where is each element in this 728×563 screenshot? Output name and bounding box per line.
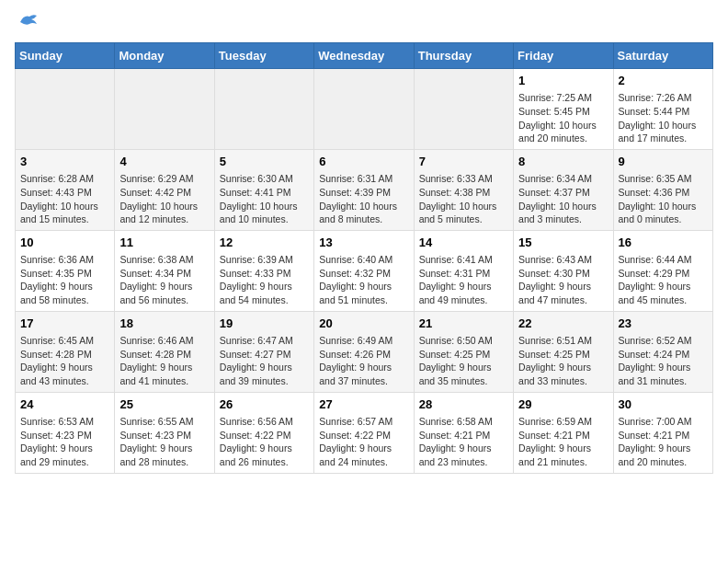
day-info: Sunrise: 6:38 AM Sunset: 4:34 PM Dayligh… [119,253,209,307]
calendar-day-cell: 12Sunrise: 6:39 AM Sunset: 4:33 PM Dayli… [214,230,313,311]
day-info: Sunrise: 6:56 AM Sunset: 4:22 PM Dayligh… [220,415,309,469]
day-info: Sunrise: 6:59 AM Sunset: 4:21 PM Dayligh… [518,415,608,469]
weekday-header-thursday: Thursday [414,43,513,69]
day-number: 15 [518,235,608,251]
day-info: Sunrise: 6:47 AM Sunset: 4:27 PM Dayligh… [220,334,309,388]
day-info: Sunrise: 6:46 AM Sunset: 4:28 PM Dayligh… [119,334,209,388]
day-info: Sunrise: 7:25 AM Sunset: 5:45 PM Dayligh… [518,91,608,145]
day-number: 23 [619,316,708,332]
day-info: Sunrise: 6:49 AM Sunset: 4:26 PM Dayligh… [319,334,408,388]
day-number: 13 [319,235,408,251]
day-number: 25 [119,396,209,413]
day-number: 19 [220,316,309,332]
calendar-day-cell: 17Sunrise: 6:45 AM Sunset: 4:28 PM Dayli… [16,311,115,392]
calendar-day-cell: 19Sunrise: 6:47 AM Sunset: 4:27 PM Dayli… [214,311,313,392]
day-number: 4 [119,154,209,170]
day-number: 16 [619,235,708,251]
day-info: Sunrise: 6:41 AM Sunset: 4:31 PM Dayligh… [419,253,508,307]
day-number: 21 [419,316,508,332]
calendar-day-cell [115,69,214,150]
day-number: 5 [220,154,309,170]
calendar-day-cell: 8Sunrise: 6:34 AM Sunset: 4:37 PM Daylig… [514,149,613,230]
logo-bird-icon [18,11,39,31]
day-number: 6 [319,154,408,170]
day-info: Sunrise: 6:45 AM Sunset: 4:28 PM Dayligh… [20,334,109,388]
calendar-week-row: 10Sunrise: 6:36 AM Sunset: 4:35 PM Dayli… [16,230,713,311]
calendar-week-row: 24Sunrise: 6:53 AM Sunset: 4:23 PM Dayli… [16,392,713,473]
calendar-day-cell: 18Sunrise: 6:46 AM Sunset: 4:28 PM Dayli… [115,311,214,392]
day-info: Sunrise: 6:58 AM Sunset: 4:21 PM Dayligh… [419,415,508,469]
calendar-day-cell: 14Sunrise: 6:41 AM Sunset: 4:31 PM Dayli… [414,230,513,311]
calendar-day-cell: 26Sunrise: 6:56 AM Sunset: 4:22 PM Dayli… [214,392,313,473]
calendar-day-cell: 16Sunrise: 6:44 AM Sunset: 4:29 PM Dayli… [613,230,712,311]
day-info: Sunrise: 6:50 AM Sunset: 4:25 PM Dayligh… [419,334,508,388]
day-info: Sunrise: 6:35 AM Sunset: 4:36 PM Dayligh… [619,172,708,226]
day-info: Sunrise: 7:00 AM Sunset: 4:21 PM Dayligh… [619,415,708,469]
weekday-header-friday: Friday [514,43,613,69]
calendar-day-cell: 11Sunrise: 6:38 AM Sunset: 4:34 PM Dayli… [115,230,214,311]
day-number: 12 [220,235,309,251]
calendar-day-cell [16,69,115,150]
calendar-day-cell: 9Sunrise: 6:35 AM Sunset: 4:36 PM Daylig… [613,149,712,230]
day-number: 22 [518,316,608,332]
day-info: Sunrise: 6:39 AM Sunset: 4:33 PM Dayligh… [220,253,309,307]
calendar-day-cell: 27Sunrise: 6:57 AM Sunset: 4:22 PM Dayli… [314,392,414,473]
calendar-day-cell: 5Sunrise: 6:30 AM Sunset: 4:41 PM Daylig… [214,149,313,230]
day-number: 18 [119,316,209,332]
day-number: 29 [518,396,608,413]
day-info: Sunrise: 7:26 AM Sunset: 5:44 PM Dayligh… [619,91,708,145]
calendar-day-cell: 13Sunrise: 6:40 AM Sunset: 4:32 PM Dayli… [314,230,414,311]
page-header [15,15,713,31]
calendar-table: SundayMondayTuesdayWednesdayThursdayFrid… [15,42,713,474]
day-info: Sunrise: 6:36 AM Sunset: 4:35 PM Dayligh… [20,253,109,307]
day-info: Sunrise: 6:29 AM Sunset: 4:42 PM Dayligh… [119,172,209,226]
day-number: 17 [20,316,109,332]
weekday-header-saturday: Saturday [613,43,712,69]
calendar-day-cell: 6Sunrise: 6:31 AM Sunset: 4:39 PM Daylig… [314,149,414,230]
day-info: Sunrise: 6:33 AM Sunset: 4:38 PM Dayligh… [419,172,508,226]
calendar-day-cell: 22Sunrise: 6:51 AM Sunset: 4:25 PM Dayli… [514,311,613,392]
weekday-header-sunday: Sunday [16,43,115,69]
day-info: Sunrise: 6:55 AM Sunset: 4:23 PM Dayligh… [119,415,209,469]
calendar-day-cell [414,69,513,150]
calendar-day-cell: 3Sunrise: 6:28 AM Sunset: 4:43 PM Daylig… [16,149,115,230]
day-number: 10 [20,235,109,251]
calendar-day-cell: 2Sunrise: 7:26 AM Sunset: 5:44 PM Daylig… [613,69,712,150]
day-info: Sunrise: 6:52 AM Sunset: 4:24 PM Dayligh… [619,334,708,388]
calendar-header-row: SundayMondayTuesdayWednesdayThursdayFrid… [16,43,713,69]
day-number: 30 [619,396,708,413]
calendar-day-cell: 29Sunrise: 6:59 AM Sunset: 4:21 PM Dayli… [514,392,613,473]
calendar-week-row: 1Sunrise: 7:25 AM Sunset: 5:45 PM Daylig… [16,69,713,150]
calendar-week-row: 3Sunrise: 6:28 AM Sunset: 4:43 PM Daylig… [16,149,713,230]
calendar-day-cell: 23Sunrise: 6:52 AM Sunset: 4:24 PM Dayli… [613,311,712,392]
weekday-header-monday: Monday [115,43,214,69]
day-number: 7 [419,154,508,170]
calendar-day-cell: 1Sunrise: 7:25 AM Sunset: 5:45 PM Daylig… [514,69,613,150]
calendar-day-cell [314,69,414,150]
calendar-day-cell: 10Sunrise: 6:36 AM Sunset: 4:35 PM Dayli… [16,230,115,311]
day-info: Sunrise: 6:44 AM Sunset: 4:29 PM Dayligh… [619,253,708,307]
calendar-day-cell: 25Sunrise: 6:55 AM Sunset: 4:23 PM Dayli… [115,392,214,473]
calendar-day-cell: 4Sunrise: 6:29 AM Sunset: 4:42 PM Daylig… [115,149,214,230]
calendar-day-cell: 24Sunrise: 6:53 AM Sunset: 4:23 PM Dayli… [16,392,115,473]
day-number: 26 [220,396,309,413]
day-info: Sunrise: 6:34 AM Sunset: 4:37 PM Dayligh… [518,172,608,226]
calendar-day-cell: 28Sunrise: 6:58 AM Sunset: 4:21 PM Dayli… [414,392,513,473]
day-info: Sunrise: 6:30 AM Sunset: 4:41 PM Dayligh… [220,172,309,226]
day-info: Sunrise: 6:28 AM Sunset: 4:43 PM Dayligh… [20,172,109,226]
day-number: 2 [619,73,708,89]
day-info: Sunrise: 6:53 AM Sunset: 4:23 PM Dayligh… [20,415,109,469]
day-number: 24 [20,396,109,413]
day-number: 1 [518,73,608,89]
calendar-day-cell: 15Sunrise: 6:43 AM Sunset: 4:30 PM Dayli… [514,230,613,311]
day-number: 9 [619,154,708,170]
day-number: 14 [419,235,508,251]
logo [15,15,39,31]
calendar-day-cell: 20Sunrise: 6:49 AM Sunset: 4:26 PM Dayli… [314,311,414,392]
calendar-week-row: 17Sunrise: 6:45 AM Sunset: 4:28 PM Dayli… [16,311,713,392]
weekday-header-tuesday: Tuesday [214,43,313,69]
day-number: 27 [319,396,408,413]
calendar-day-cell [214,69,313,150]
day-info: Sunrise: 6:43 AM Sunset: 4:30 PM Dayligh… [518,253,608,307]
weekday-header-wednesday: Wednesday [314,43,414,69]
